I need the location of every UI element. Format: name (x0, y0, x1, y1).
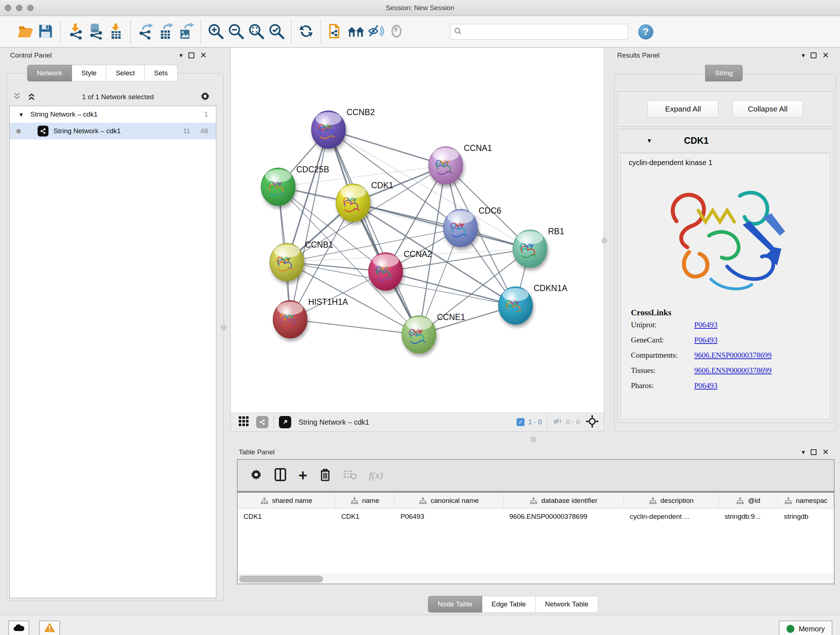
node-CCNB2[interactable]: CCNB2 (311, 108, 375, 149)
crosslink-link[interactable]: 9606.ENSP00000378699 (694, 366, 772, 375)
node-RB1[interactable]: RB1 (513, 226, 564, 268)
close-panel-icon[interactable]: ✕ (822, 448, 829, 456)
table-cell[interactable]: stringdb (778, 509, 834, 524)
table-cell[interactable]: 9606.ENSP00000378699 (504, 509, 624, 524)
gear-icon[interactable] (200, 91, 210, 103)
scrollbar-thumb[interactable] (239, 576, 323, 583)
share-document-button[interactable] (325, 21, 346, 43)
expand-all-button[interactable]: Expand All (647, 100, 718, 118)
home-pages-button[interactable] (346, 21, 366, 43)
export-image-button[interactable] (176, 21, 196, 43)
float-menu-icon[interactable]: ▾ (802, 52, 805, 59)
float-panel-icon[interactable] (188, 52, 194, 58)
node-HIST1H1A[interactable]: HIST1H1A (273, 297, 348, 338)
network-canvas[interactable]: CCNB2CCNA1CDC25BCDK1CDC6RB1CCNB1CCNA2CDK… (231, 48, 604, 413)
save-session-button[interactable] (35, 21, 56, 43)
results-entry-header[interactable]: ▼ CDK1 (617, 129, 833, 152)
tab-select[interactable]: Select (106, 65, 145, 81)
column-header-shared-name[interactable]: shared name (238, 493, 335, 508)
tab-node-table[interactable]: Node Table (428, 596, 482, 613)
open-session-button[interactable] (15, 21, 35, 43)
hidden-eye-slash-icon[interactable] (553, 417, 563, 428)
node-CCNA2[interactable]: CCNA2 (369, 249, 432, 290)
network-collection-row[interactable]: ▼ String Network – cdk1 1 (10, 106, 216, 123)
node-CCNA1[interactable]: CCNA1 (429, 143, 492, 184)
tab-sets[interactable]: Sets (145, 65, 178, 81)
network-row-selected[interactable]: String Network – cdk1 11 48 (10, 123, 216, 139)
tab-network-table[interactable]: Network Table (536, 596, 598, 613)
zoom-fit-button[interactable] (246, 21, 266, 43)
float-panel-icon[interactable] (811, 52, 816, 58)
birdseye-view-icon[interactable] (279, 416, 291, 428)
zoom-in-button[interactable] (205, 21, 226, 43)
show-all-button[interactable] (386, 21, 407, 43)
node-CDKN1A[interactable]: CDKN1A (499, 283, 568, 325)
select-columns-icon[interactable] (275, 468, 286, 483)
export-table-button[interactable] (156, 21, 176, 43)
edge-CCNA2-CDKN1A[interactable] (386, 272, 515, 306)
column-header-description[interactable]: description (624, 493, 719, 508)
tab-string[interactable]: String (705, 65, 743, 81)
hide-selected-button[interactable] (366, 21, 386, 43)
node-CCNE1[interactable]: CCNE1 (402, 312, 465, 353)
view-grid-icon[interactable] (238, 416, 249, 429)
tab-style[interactable]: Style (72, 65, 106, 81)
tab-network[interactable]: Network (27, 65, 72, 81)
left-splitter-handle[interactable] (221, 325, 226, 330)
column-header-namespac[interactable]: namespac (778, 493, 834, 508)
import-table-file-button[interactable] (106, 21, 126, 43)
zoom-out-button[interactable] (226, 21, 246, 43)
float-panel-icon[interactable] (811, 449, 816, 455)
column-header-canonical-name[interactable]: canonical name (395, 493, 504, 508)
table-gear-icon[interactable] (250, 469, 262, 482)
float-menu-icon[interactable]: ▾ (180, 52, 183, 59)
crosslink-link[interactable]: P06493 (694, 320, 717, 329)
zoom-selected-button[interactable] (266, 21, 286, 43)
table-cell[interactable]: CDK1 (335, 509, 395, 524)
collapse-all-icon[interactable] (12, 92, 22, 103)
crosslink-link[interactable]: 9606.ENSP00000378699 (694, 351, 772, 360)
search-input[interactable] (465, 28, 624, 35)
crosslink-link[interactable]: P06493 (694, 336, 717, 345)
warning-status-button[interactable] (39, 621, 60, 635)
close-panel-icon[interactable]: ✕ (200, 51, 207, 59)
close-panel-icon[interactable]: ✕ (822, 51, 829, 59)
add-column-icon[interactable]: + (298, 470, 308, 480)
tab-edge-table[interactable]: Edge Table (482, 596, 536, 613)
delete-column-icon[interactable] (320, 468, 331, 483)
help-button[interactable]: ? (638, 24, 653, 40)
search-box[interactable] (450, 24, 628, 40)
table-cell[interactable]: CDK1 (238, 509, 335, 524)
edge-CCNB2-HIST1H1A[interactable] (290, 130, 328, 319)
bottom-splitter-handle[interactable] (531, 437, 536, 442)
import-network-database-button[interactable] (85, 21, 106, 43)
column-header-@id[interactable]: @id (719, 493, 778, 508)
memory-button[interactable]: Memory (779, 621, 832, 635)
table-row[interactable]: CDK1CDK1P064939606.ENSP00000378699cyclin… (238, 509, 834, 524)
edge-CCNB2-CCNA1[interactable] (328, 130, 446, 165)
float-menu-icon[interactable]: ▾ (802, 449, 805, 455)
table-cell[interactable]: stringdb:9... (719, 509, 778, 524)
expand-all-icon[interactable] (27, 92, 36, 103)
table-cell[interactable]: cyclin-dependent ... (624, 509, 719, 524)
cloud-status-button[interactable] (8, 621, 29, 635)
tree-expander-icon[interactable]: ▼ (19, 111, 24, 118)
refresh-button[interactable] (296, 21, 316, 43)
export-network-button[interactable] (135, 21, 156, 43)
collapse-all-button[interactable]: Collapse All (732, 100, 803, 118)
table-horizontal-scrollbar[interactable] (238, 574, 834, 584)
edge-HIST1H1A-CCNE1[interactable] (290, 319, 419, 334)
network-share-icon[interactable] (256, 416, 268, 428)
crosshair-icon[interactable] (586, 415, 599, 429)
column-header-name[interactable]: name (335, 493, 395, 508)
column-header-database-identifier[interactable]: database identifier (504, 493, 624, 508)
edge-CDK1-RB1[interactable] (353, 203, 530, 249)
node-CCNB1[interactable]: CCNB1 (270, 240, 333, 281)
right-splitter-handle[interactable] (602, 238, 607, 243)
node-CDC25B[interactable]: CDC25B (261, 165, 329, 206)
selected-checkbox[interactable]: ✓ (516, 418, 524, 426)
entry-expander-icon[interactable]: ▼ (646, 138, 652, 144)
crosslink-link[interactable]: P06493 (694, 381, 717, 390)
node-CDK1[interactable]: CDK1 (336, 181, 393, 222)
table-cell[interactable]: P06493 (395, 509, 504, 524)
